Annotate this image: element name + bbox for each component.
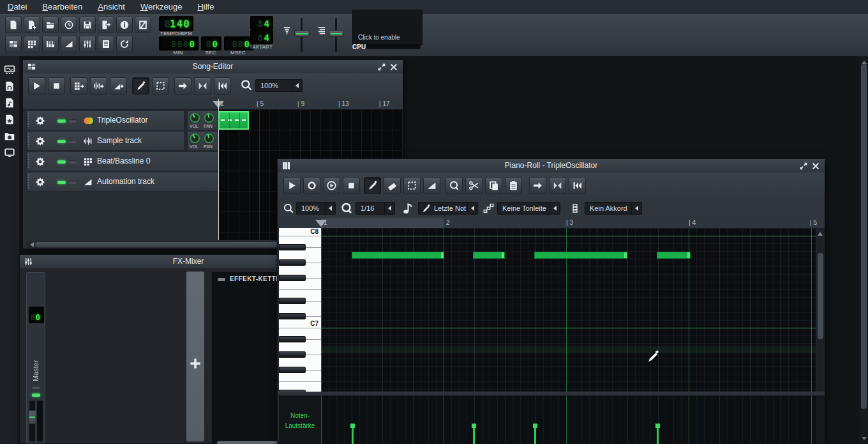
dropdown-arrow-icon[interactable] [467,203,477,214]
track-solo-led[interactable] [68,160,77,164]
pr-v-scroll-thumb[interactable] [818,253,823,339]
track-row-tripleoscillator[interactable]: TripleOscillator VOL PAN [26,111,218,130]
track-solo-led[interactable] [68,119,77,123]
sidebar-presets-icon[interactable] [4,97,15,109]
whats-this-button[interactable] [135,17,151,33]
track-solo-led[interactable] [68,140,77,143]
pr-note-length-dropdown[interactable]: Letzte Not [418,202,478,215]
workspace-v-scrollbar[interactable] [860,56,868,444]
fx-mixer-toggle-button[interactable] [79,36,96,52]
track-mute-led[interactable] [57,140,66,143]
workspace-scroll-thumb[interactable] [861,64,867,409]
se-stop-button[interactable] [48,77,65,95]
se-zoom-dropdown[interactable]: 100% [255,79,303,92]
se-add-sample-track-button[interactable] [90,77,107,95]
maximize-icon[interactable] [799,162,808,171]
add-channel-button[interactable] [186,272,204,441]
se-stop-behaviour-button[interactable] [214,77,231,95]
piano-keyboard[interactable]: C8 C7 [279,228,321,392]
pr-chord-dropdown[interactable]: Kein Akkord [585,202,642,215]
se-add-bb-track-button[interactable] [70,77,87,95]
piano-key-black[interactable] [279,351,306,358]
dropdown-arrow-icon[interactable] [631,203,641,214]
track-row-automation[interactable]: Automation track [26,172,218,192]
se-autoscroll-toggle[interactable] [174,77,191,95]
midi-note-A7[interactable] [657,252,691,259]
pr-quantize-button[interactable] [445,177,463,194]
pr-select-mode-button[interactable] [403,177,421,194]
pr-note-grid[interactable] [321,228,816,392]
pr-play-button[interactable] [283,177,301,194]
piano-key-black[interactable] [279,259,306,266]
volume-knob[interactable] [188,131,202,146]
bb-editor-toggle-button[interactable] [24,36,40,52]
track-row-bb[interactable]: Beat/Bassline 0 [26,151,218,171]
dropdown-arrow-icon[interactable] [384,203,394,214]
track-grip[interactable] [27,133,31,149]
master-fader-handle[interactable] [28,410,36,424]
pr-autoscroll-toggle[interactable] [529,177,546,194]
save-project-button[interactable] [79,17,96,33]
master-channel-strip[interactable]: 8 0 Master [26,272,45,443]
master-mute-led[interactable] [32,394,40,397]
se-timeline[interactable]: 1 | 5 | 9 | 13 | 17 [23,99,403,110]
pattern-segment-tripleoscillator[interactable] [218,111,249,130]
new-from-template-button[interactable] [24,17,40,33]
se-play-button[interactable] [28,77,45,95]
piano-roll-toggle-button[interactable] [42,36,59,52]
track-mute-led[interactable] [57,119,66,123]
menu-hilfe[interactable]: Hilfe [190,0,221,14]
track-name[interactable]: Sample track [97,136,142,145]
dropdown-arrow-icon[interactable] [550,203,560,214]
pan-knob[interactable] [202,132,215,144]
master-pitch-handle[interactable] [329,30,344,37]
pr-loop-points-toggle[interactable] [549,177,566,194]
recent-projects-button[interactable] [61,17,77,33]
export-project-button[interactable] [98,17,114,33]
track-solo-led[interactable] [68,181,77,184]
se-add-automation-track-button[interactable] [110,77,127,95]
sidebar-samples-icon[interactable] [4,80,15,92]
scroll-down-icon[interactable] [862,437,867,443]
piano-roll-titlebar[interactable]: Piano-Roll - TripleOscillator [278,159,825,173]
track-name[interactable]: Automation track [97,177,154,186]
dropdown-arrow-icon[interactable] [292,80,302,91]
track-grip[interactable] [27,112,31,128]
track-mute-led[interactable] [57,181,66,184]
timesig-denominator-display[interactable]: 8 4 [250,30,273,44]
midi-note-A7[interactable] [473,252,505,259]
track-row-sample[interactable]: Sample track VOL PAN [26,131,218,151]
menu-datei[interactable]: Datei [0,0,34,14]
dropdown-arrow-icon[interactable] [325,203,335,214]
track-mute-led[interactable] [57,160,66,164]
master-solo-led[interactable] [32,386,40,389]
gear-icon[interactable] [34,156,46,167]
pr-detune-mode-button[interactable] [423,177,440,194]
midi-note-A7[interactable] [534,252,627,259]
track-grip[interactable] [27,153,31,169]
gear-icon[interactable] [34,115,46,126]
pr-scale-dropdown[interactable]: Keine Tonleite [497,202,560,215]
menu-werkzeuge[interactable]: Werkzeuge [133,0,190,14]
track-name[interactable]: TripleOscillator [97,116,148,125]
se-edit-mode-button[interactable] [152,77,169,95]
close-icon[interactable] [811,162,820,171]
pan-knob[interactable] [202,111,215,124]
gear-icon[interactable] [34,176,46,188]
piano-key-black[interactable] [279,298,306,304]
song-editor-toggle-button[interactable] [5,36,22,52]
pr-stop-button[interactable] [343,177,360,194]
sidebar-instruments-icon[interactable] [4,64,15,75]
close-icon[interactable] [389,63,398,72]
se-loop-points-toggle[interactable] [194,77,211,95]
velocity-handle[interactable] [533,424,537,428]
velocity-handle[interactable] [350,424,355,428]
gear-icon[interactable] [34,135,46,147]
piano-key-black[interactable] [279,336,306,342]
velocity-handle[interactable] [655,424,660,428]
se-draw-mode-button[interactable] [132,77,149,95]
maximize-icon[interactable] [377,63,386,72]
automation-editor-toggle-button[interactable] [61,36,77,52]
sidebar-favorites-icon[interactable] [4,114,15,125]
piano-key-black[interactable] [279,275,306,281]
